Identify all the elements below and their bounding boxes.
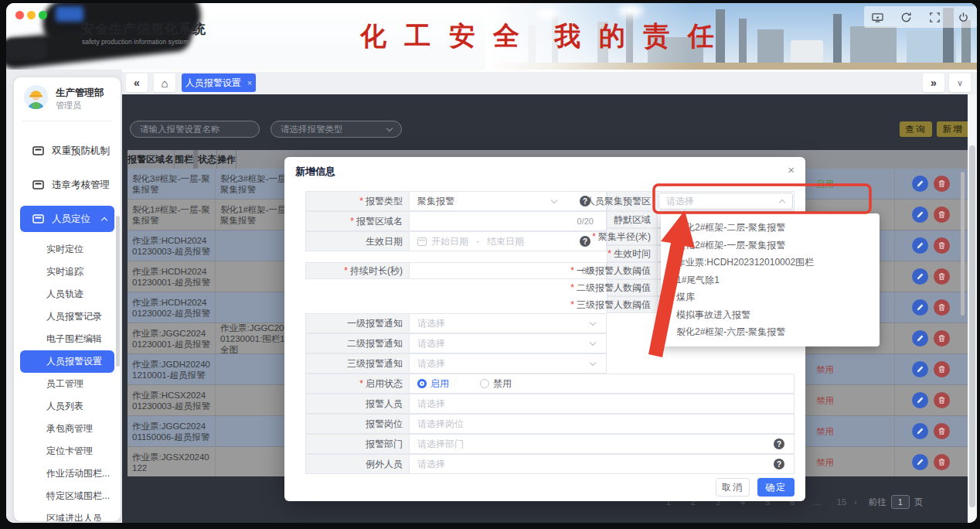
- group-label: 人员定位: [52, 213, 90, 226]
- fullscreen-icon[interactable]: [929, 12, 941, 23]
- tab-personnel-alarm-settings[interactable]: 人员报警设置 ×: [182, 73, 256, 92]
- collapse-sidebar-button[interactable]: «: [126, 73, 148, 92]
- tab-menu-chevron[interactable]: ∨: [949, 73, 971, 92]
- edit-button[interactable]: [912, 423, 928, 439]
- sidebar-submenu-item[interactable]: 实时追踪: [20, 261, 114, 283]
- edit-button[interactable]: [912, 361, 928, 377]
- help-icon[interactable]: [580, 236, 590, 247]
- delete-button[interactable]: [934, 330, 950, 346]
- sidebar-submenu-item[interactable]: 区域进出人员: [20, 507, 114, 521]
- dropdown-option[interactable]: 煤库: [661, 288, 880, 306]
- sidebar-submenu-item[interactable]: 实时定位: [20, 238, 114, 261]
- help-icon[interactable]: [774, 459, 784, 469]
- exception-person-select[interactable]: 请选择: [410, 454, 795, 474]
- dropdown-option[interactable]: 作业票:HCDH202312010002围栏: [661, 254, 880, 271]
- notify1-select[interactable]: 请选择: [410, 313, 607, 333]
- delete-button[interactable]: [934, 206, 950, 223]
- help-icon[interactable]: [774, 439, 784, 449]
- sidebar-submenu-item[interactable]: 人员报警记录: [20, 305, 114, 328]
- dropdown-option[interactable]: 1#尾气除1: [661, 271, 880, 289]
- effective-date-label: 生效日期: [305, 231, 410, 251]
- table-scrollbar[interactable]: [961, 172, 965, 316]
- window-zoom-dot[interactable]: [39, 11, 47, 19]
- search-input[interactable]: [130, 121, 260, 138]
- radio-disabled[interactable]: [480, 379, 489, 388]
- radio-enabled[interactable]: [417, 379, 427, 388]
- alarm-dept-select[interactable]: 请选择部门: [410, 434, 795, 454]
- sidebar-submenu-item[interactable]: 定位卡管理: [20, 440, 114, 462]
- edit-button[interactable]: [912, 299, 928, 316]
- alarm-post-select[interactable]: 请选择岗位: [410, 414, 795, 434]
- area-name-input[interactable]: 0/20: [410, 211, 607, 231]
- sidebar-submenu-item[interactable]: 作业活动围栏...: [20, 462, 114, 485]
- notify3-select[interactable]: 请选择: [410, 353, 607, 374]
- edit-button[interactable]: [912, 176, 928, 192]
- tab-close-icon[interactable]: ×: [247, 78, 252, 87]
- next-page-button[interactable]: ›: [854, 497, 857, 507]
- goto-page-input[interactable]: [891, 495, 910, 509]
- home-icon[interactable]: ⌂: [154, 73, 175, 92]
- edit-button[interactable]: [912, 268, 928, 285]
- modal-close-icon[interactable]: ×: [788, 163, 795, 176]
- sidebar-group-item[interactable]: 违章考核管理: [20, 172, 114, 198]
- submenu-label: 特定区域围栏...: [46, 490, 110, 503]
- cell-operations: [895, 230, 967, 261]
- sidebar-submenu-item[interactable]: 电子围栏编辑: [20, 328, 114, 350]
- page-scrollbar-thumb[interactable]: [969, 145, 975, 507]
- edit-button[interactable]: [912, 392, 928, 408]
- window-close-dot[interactable]: [15, 11, 24, 19]
- sidebar-submenu-item[interactable]: 承包商管理: [20, 418, 114, 440]
- power-icon[interactable]: [958, 12, 969, 23]
- alarm-person-select[interactable]: 请选择: [410, 394, 795, 414]
- sidebar-scrollbar[interactable]: [116, 216, 120, 367]
- notify3-label: 三级报警通知: [305, 353, 410, 374]
- add-button[interactable]: 新增: [937, 121, 968, 137]
- group-icon: [32, 145, 44, 157]
- refresh-icon[interactable]: [900, 12, 912, 23]
- table-header-cell: 状态: [198, 150, 217, 169]
- edit-button[interactable]: [912, 454, 928, 470]
- confirm-button[interactable]: 确定: [757, 478, 795, 497]
- delete-button[interactable]: [934, 392, 950, 408]
- alarm-type-select[interactable]: 请选择报警类型: [271, 121, 402, 138]
- dropdown-option[interactable]: 裂化2#框架-二层-聚集报警: [661, 219, 880, 237]
- submenu-label: 电子围栏编辑: [46, 333, 102, 346]
- cell-status: 禁用: [804, 447, 895, 476]
- dropdown-option[interactable]: 裂化2#框架-六层-聚集报警: [661, 323, 880, 341]
- delete-button[interactable]: [934, 454, 950, 470]
- delete-button[interactable]: [934, 361, 950, 377]
- edit-button[interactable]: [912, 330, 928, 346]
- alarm-type-field[interactable]: 聚集报警: [410, 191, 607, 211]
- delete-button[interactable]: [934, 299, 950, 316]
- sidebar-group-item[interactable]: 双重预防机制: [20, 138, 114, 164]
- window-minimize-dot[interactable]: [27, 11, 36, 19]
- sidebar-submenu-item[interactable]: 员工管理: [20, 373, 114, 395]
- page-number[interactable]: 15: [836, 497, 847, 507]
- delete-button[interactable]: [934, 237, 950, 254]
- dropdown-option[interactable]: 裂化2#框架-一层-聚集报警: [661, 237, 880, 254]
- notify2-select[interactable]: 请选择: [410, 333, 607, 353]
- delete-button[interactable]: [934, 423, 950, 439]
- delete-button[interactable]: [934, 176, 950, 192]
- sidebar-group-item[interactable]: 人员定位: [20, 206, 114, 232]
- edit-button[interactable]: [912, 237, 928, 254]
- sidebar-submenu-item[interactable]: 特定区域围栏...: [20, 485, 114, 507]
- warnzone-select[interactable]: 请选择: [658, 191, 795, 211]
- date-range-picker[interactable]: 开始日期 - 结束日期: [410, 231, 607, 251]
- sidebar-submenu-item[interactable]: 人员报警设置: [20, 350, 114, 373]
- sidebar-submenu-item[interactable]: 人员轨迹: [20, 283, 114, 305]
- screencast-icon[interactable]: [872, 12, 883, 23]
- alarm-person-label: 报警人员: [305, 394, 410, 414]
- effect-time-label: 生效时间: [607, 245, 658, 262]
- query-button[interactable]: 查询: [900, 121, 932, 137]
- cell-operations: [895, 447, 967, 476]
- edit-button[interactable]: [912, 206, 928, 223]
- chevron-icon: [101, 217, 107, 224]
- page-number[interactable]: …: [812, 497, 822, 507]
- delete-button[interactable]: [934, 268, 950, 285]
- dropdown-option[interactable]: 模拟事故进入报警: [661, 306, 880, 324]
- expand-button[interactable]: »: [923, 73, 944, 92]
- cancel-button[interactable]: 取消: [716, 478, 750, 497]
- group-label: 违章考核管理: [52, 179, 110, 192]
- sidebar-submenu-item[interactable]: 人员列表: [20, 395, 114, 418]
